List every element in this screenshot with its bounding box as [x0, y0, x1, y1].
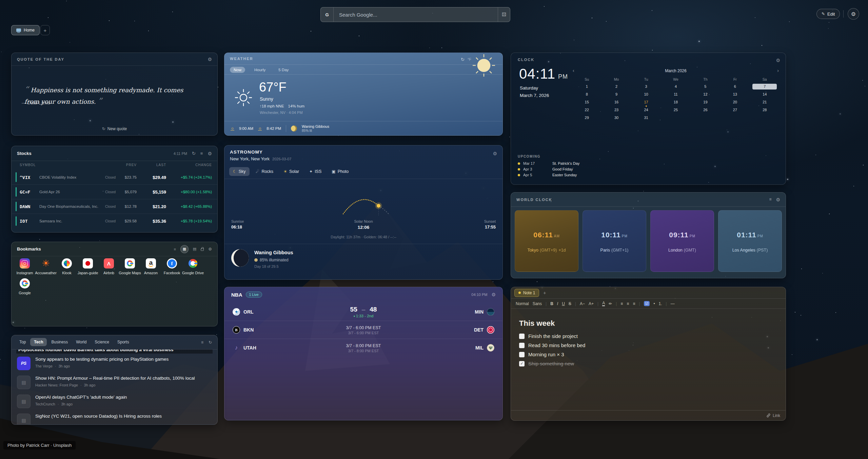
- news-tab[interactable]: Science: [91, 338, 113, 346]
- note-tool-button[interactable]: ✏: [609, 301, 612, 306]
- news-tab[interactable]: Business: [47, 338, 72, 346]
- note-tool-button[interactable]: ≡: [633, 301, 635, 306]
- card-view-icon[interactable]: ▤: [193, 247, 196, 251]
- calendar-day[interactable]: 16: [601, 99, 631, 105]
- calendar-day[interactable]: 25: [661, 107, 690, 113]
- news-headline-clipped[interactable]: Popsockets founder David Barnett talks a…: [16, 350, 213, 354]
- news-item[interactable]: OpenAI delays ChatGPT's 'adult mode' aga…: [12, 392, 217, 411]
- weather-tab[interactable]: Now: [230, 66, 245, 73]
- bookmark-item[interactable]: Google Drive: [182, 258, 203, 275]
- note-tool-button[interactable]: •: [653, 301, 655, 306]
- news-tab[interactable]: Tech: [30, 338, 47, 346]
- calendar-next-button[interactable]: ›: [777, 68, 779, 73]
- tab-home[interactable]: Home: [11, 25, 40, 35]
- astronomy-tab[interactable]: Solar: [280, 167, 303, 176]
- grid-view-icon[interactable]: ▦: [180, 245, 189, 253]
- calendar-day[interactable]: 1: [572, 84, 601, 89]
- list-icon[interactable]: ≡: [769, 197, 771, 202]
- note-tool-button[interactable]: S: [569, 301, 571, 306]
- bookmark-item[interactable]: Instagram: [14, 258, 35, 275]
- search-engine-badge[interactable]: G: [321, 7, 334, 22]
- edit-button[interactable]: ✎ Edit: [816, 9, 840, 19]
- search-input[interactable]: [334, 7, 498, 22]
- gear-icon[interactable]: ⚙: [208, 151, 212, 156]
- news-item[interactable]: Show HN: Prompt Armour – Real-time PII d…: [12, 373, 217, 392]
- gear-icon[interactable]: ⚙: [491, 292, 496, 297]
- refresh-icon[interactable]: ↻: [209, 340, 212, 345]
- weather-tab[interactable]: 5 Day: [275, 66, 292, 73]
- gear-icon[interactable]: ⚙: [776, 58, 780, 63]
- upcoming-event[interactable]: Apr 3 Good Friday: [518, 167, 579, 171]
- calendar-day[interactable]: 3: [631, 84, 661, 89]
- gear-icon[interactable]: ⚙: [208, 247, 212, 252]
- list-view-icon[interactable]: ≡: [174, 247, 176, 251]
- calendar-day[interactable]: 14: [750, 92, 780, 97]
- calendar-day[interactable]: 26: [691, 107, 720, 113]
- news-tab[interactable]: Sports: [114, 338, 133, 346]
- note-tool-button[interactable]: B: [550, 301, 553, 306]
- note-tool-button[interactable]: |: [666, 301, 667, 306]
- note-tool-button[interactable]: A+: [589, 301, 594, 306]
- note-tool-button[interactable]: ☑: [644, 301, 650, 306]
- gear-icon[interactable]: ⚙: [208, 57, 212, 62]
- checkbox[interactable]: [519, 361, 525, 366]
- calendar-day[interactable]: 6: [720, 84, 750, 89]
- note-tool-button[interactable]: |: [616, 301, 617, 306]
- note-tool-button[interactable]: |: [575, 301, 576, 306]
- note-tool-button[interactable]: |: [546, 301, 547, 306]
- checkbox[interactable]: [519, 352, 525, 357]
- dice-icon[interactable]: ⚄: [498, 7, 510, 22]
- nba-game-row[interactable]: UTAH 3/7 - 8:00 PM EST 3/7 - 8:00 PM EST: [224, 339, 502, 357]
- calendar-day[interactable]: 10: [631, 92, 661, 97]
- calendar-day[interactable]: 23: [601, 107, 631, 113]
- news-tab[interactable]: World: [72, 338, 90, 346]
- bookmark-item[interactable]: Google Maps: [119, 258, 140, 275]
- astronomy-tab[interactable]: ISS: [305, 167, 325, 176]
- stock-row[interactable]: ^VIX CBOE Volatility Index Closed $23.75…: [12, 170, 217, 184]
- calendar-day[interactable]: 5: [691, 84, 720, 89]
- calendar-day[interactable]: 17: [631, 99, 661, 105]
- lock-icon[interactable]: [201, 248, 204, 251]
- news-item[interactable]: Sony appears to be testing dynamic prici…: [12, 354, 217, 373]
- stock-row[interactable]: DAWN Day One Biopharmaceuticals, Inc. Cl…: [12, 199, 217, 214]
- bookmark-item[interactable]: Amazon: [140, 258, 161, 275]
- stock-row[interactable]: GC=F Gold Apr 26 Closed $5,079 $5,159 +$…: [12, 184, 217, 199]
- calendar-day[interactable]: 29: [572, 115, 601, 121]
- bookmark-item[interactable]: Accuweather: [35, 258, 56, 275]
- calendar-day[interactable]: 30: [601, 115, 631, 121]
- checkbox[interactable]: [519, 343, 525, 348]
- news-tab[interactable]: Top: [16, 338, 29, 346]
- nba-game-row[interactable]: BKN 3/7 - 6:00 PM EST 3/7 - 6:00 PM EST: [224, 321, 502, 339]
- photo-credit[interactable]: Photo by Patrick Carr · Unsplash: [3, 441, 76, 450]
- bookmark-item[interactable]: Facebook: [161, 258, 182, 275]
- calendar-day[interactable]: 27: [720, 107, 750, 113]
- note-tool-button[interactable]: 1.: [659, 301, 662, 306]
- calendar-day[interactable]: 31: [631, 115, 661, 121]
- nba-game-row[interactable]: ORL 55 – 48 1:33 - 2nd MI: [224, 303, 502, 321]
- upcoming-event[interactable]: Apr 5 Easter Sunday: [518, 173, 579, 177]
- bookmark-item[interactable]: Japan-guide: [77, 258, 98, 275]
- calendar-day[interactable]: 18: [661, 99, 690, 105]
- calendar-day[interactable]: 7: [750, 84, 780, 89]
- astronomy-tab[interactable]: Rocks: [252, 167, 277, 176]
- calendar-day[interactable]: 12: [691, 92, 720, 97]
- note-tool-button[interactable]: I: [557, 301, 558, 306]
- upcoming-event[interactable]: Mar 17 St. Patrick's Day: [518, 161, 579, 165]
- note-tool-button[interactable]: —: [671, 301, 675, 306]
- note-tool-button[interactable]: ≡: [620, 301, 623, 306]
- add-tab-button[interactable]: +: [40, 25, 50, 35]
- note-editor[interactable]: This week Finish the side project Read 3…: [519, 309, 777, 409]
- gear-icon[interactable]: ⚙: [493, 151, 497, 156]
- add-note-button[interactable]: +: [543, 290, 546, 296]
- calendar-day[interactable]: 21: [750, 99, 780, 105]
- gear-icon[interactable]: ⚙: [776, 197, 780, 202]
- list-icon[interactable]: ≡: [201, 340, 203, 345]
- news-item[interactable]: SigNoz (YC W21, open source Datadog) Is …: [12, 411, 217, 424]
- unit-toggle[interactable]: °F: [468, 57, 471, 61]
- calendar-day[interactable]: 2: [601, 84, 631, 89]
- calendar-day[interactable]: 22: [572, 107, 601, 113]
- refresh-icon[interactable]: ↻: [192, 151, 196, 156]
- note-tool-button[interactable]: A−: [580, 301, 585, 306]
- note-tool-button[interactable]: Sans: [533, 301, 542, 306]
- settings-button[interactable]: ⚙: [848, 8, 859, 20]
